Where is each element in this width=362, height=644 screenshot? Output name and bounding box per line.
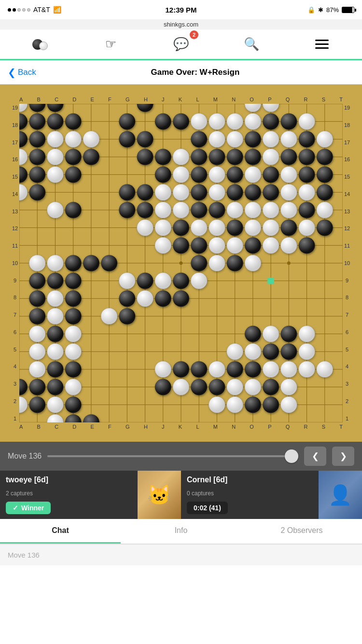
svg-point-114 [119,184,135,200]
chat-button[interactable]: 💬 2 [167,32,195,56]
svg-point-236 [245,396,261,413]
svg-point-74 [191,131,207,147]
svg-point-133 [209,202,225,218]
svg-point-229 [280,379,297,395]
battery-percent: 87% [326,6,339,14]
next-icon: ❯ [340,451,347,462]
svg-point-218 [19,379,28,395]
board-grid[interactable] [19,104,343,422]
svg-point-205 [29,361,45,378]
svg-point-220 [47,379,64,395]
svg-point-81 [317,131,333,147]
svg-point-159 [299,237,315,253]
svg-point-120 [227,184,243,200]
svg-point-210 [191,361,207,378]
svg-point-67 [19,131,28,147]
svg-point-202 [263,343,279,360]
svg-point-193 [299,326,315,342]
svg-point-70 [65,131,82,147]
svg-point-186 [47,308,64,324]
tab-chat-label: Chat [52,526,69,535]
svg-point-232 [47,396,64,413]
svg-point-231 [29,396,45,413]
player-right-name: Cornel [6d] [187,476,313,484]
svg-point-162 [65,255,82,271]
chat-icon: 💬 [173,37,189,52]
svg-point-150 [317,220,333,236]
svg-point-189 [119,308,135,324]
players-bar: twoeye [6d] 2 captures ✓ Winner 🐱 Cornel… [0,471,362,519]
navigation-bar: ☞ 💬 2 🔍 [0,29,362,60]
svg-point-54 [209,113,225,130]
svg-point-226 [227,379,243,395]
svg-point-53 [191,113,207,130]
svg-point-176 [191,273,207,289]
svg-point-77 [245,131,261,147]
svg-point-106 [227,167,243,183]
tab-chat[interactable]: Chat [0,519,121,544]
player-timer: 0:02 (41) [187,502,228,514]
svg-point-58 [29,113,45,130]
svg-point-155 [227,237,243,253]
hand-button[interactable]: ☞ [96,32,125,56]
svg-point-199 [65,343,82,360]
winner-badge: ✓ Winner [6,502,51,514]
svg-point-78 [263,131,279,147]
prev-move-button[interactable]: ❮ [304,447,326,466]
player-left-avatar: 🐱 [138,471,181,519]
svg-point-92 [227,149,243,165]
svg-point-154 [209,237,225,253]
svg-point-164 [101,255,117,271]
go-board-container: ABCDEFGHJKLMNOPQRST 19181716151413121110… [0,84,362,442]
svg-point-191 [263,326,279,342]
svg-point-147 [263,220,279,236]
svg-point-165 [191,255,207,271]
svg-point-135 [245,202,261,218]
svg-point-142 [173,220,189,236]
slider-thumb[interactable] [285,449,298,463]
board-col-labels-top: ABCDEFGHJKLMNOPQRST [11,95,351,104]
svg-point-42 [180,262,183,265]
svg-point-235 [227,396,243,413]
svg-point-178 [29,290,45,307]
search-button[interactable]: 🔍 [237,32,266,56]
svg-point-184 [173,290,189,307]
back-button[interactable]: ❮ Back [8,67,36,78]
go-stones-nav[interactable] [26,32,55,56]
svg-point-217 [317,361,333,378]
svg-point-80 [299,131,315,147]
svg-point-87 [137,149,153,165]
chat-badge: 2 [190,30,198,39]
svg-point-47 [19,104,28,112]
next-move-button[interactable]: ❯ [332,447,354,466]
svg-point-194 [29,326,45,342]
svg-point-118 [191,184,207,200]
svg-point-171 [65,273,82,289]
svg-point-86 [83,149,99,165]
checkmark-icon: ✓ [13,504,18,512]
svg-point-158 [280,237,297,253]
svg-point-149 [299,220,315,236]
svg-point-63 [245,113,261,130]
tab-info[interactable]: Info [121,519,241,544]
search-icon: 🔍 [244,37,259,52]
tab-observers[interactable]: 2 Observers [241,519,362,544]
svg-point-238 [280,396,297,413]
prev-icon: ❮ [312,451,319,462]
menu-button[interactable] [307,32,336,56]
svg-point-69 [47,131,64,147]
svg-point-211 [209,361,225,378]
svg-point-180 [65,290,82,307]
player-left-captures: 2 captures [6,490,132,497]
svg-point-73 [137,131,153,147]
board-row-labels-right: 19181716151413121110987654321 [343,104,351,422]
svg-point-169 [29,273,45,289]
svg-point-115 [137,184,153,200]
footer-move-label: Move 136 [8,551,40,559]
svg-point-59 [47,113,64,130]
move-slider[interactable] [47,455,298,457]
back-label: Back [18,68,36,77]
svg-point-207 [65,361,82,378]
svg-point-62 [227,113,243,130]
svg-point-57 [19,113,28,130]
